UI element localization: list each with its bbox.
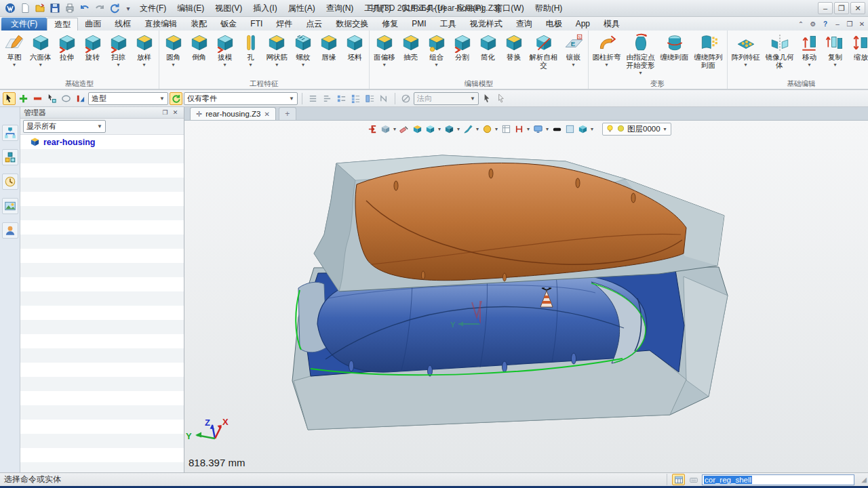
brush-icon[interactable] xyxy=(462,123,474,135)
tab-造型[interactable]: 造型 xyxy=(47,18,78,30)
ribbon-button[interactable]: 解析自相交 xyxy=(527,31,561,79)
print-icon[interactable] xyxy=(63,1,77,15)
cube-teal-s-icon[interactable] xyxy=(576,123,589,135)
settings-gear-icon[interactable]: ⚙ xyxy=(807,18,819,29)
file-menu-button[interactable]: 文件(F) xyxy=(1,18,47,30)
visual-icon[interactable] xyxy=(2,198,18,214)
ribbon-button[interactable]: 六面体▾ xyxy=(27,31,54,79)
tab-FTI[interactable]: FTI xyxy=(243,18,269,30)
chevron-down-icon[interactable]: ▾ xyxy=(744,62,747,68)
exit-icon[interactable] xyxy=(366,123,378,135)
input-keyboard-icon[interactable] xyxy=(687,474,700,485)
layer-control[interactable]: 图层0000 ▾ xyxy=(602,123,671,136)
chevron-down-icon[interactable]: ▾ xyxy=(605,62,608,68)
close-button[interactable]: ✕ xyxy=(850,2,865,14)
shape-filter-combo[interactable]: 造型▼ xyxy=(88,92,168,105)
restore-button[interactable]: ❐ xyxy=(834,2,849,14)
ribbon-button[interactable]: 镜像几何体 xyxy=(763,31,797,79)
chevron-down-icon[interactable]: ▾ xyxy=(572,62,574,68)
chevron-down-icon[interactable]: ▾ xyxy=(172,62,174,68)
add-green-icon[interactable] xyxy=(17,92,30,105)
menu-item[interactable]: 文件(F) xyxy=(134,0,172,16)
menu-item[interactable]: 应用(P) xyxy=(451,0,489,16)
grid-box-icon[interactable] xyxy=(500,123,512,135)
chevron-down-icon[interactable]: ▾ xyxy=(392,126,397,132)
model-canvas[interactable]: Y Z xyxy=(184,121,868,472)
square-blue-icon[interactable] xyxy=(564,123,576,135)
ribbon-button[interactable]: 拉伸 xyxy=(54,31,80,79)
menu-item[interactable]: 帮助(H) xyxy=(530,0,568,16)
role-icon[interactable] xyxy=(2,222,18,239)
ribbon-button[interactable]: 拔模▾ xyxy=(212,31,238,79)
new-file-icon[interactable] xyxy=(18,1,32,15)
undo-icon[interactable] xyxy=(78,1,92,15)
tab-钣金[interactable]: 钣金 xyxy=(214,18,243,30)
doc-close-icon[interactable]: ✕ xyxy=(856,18,868,29)
cube-blue-s-icon[interactable] xyxy=(424,123,436,135)
chevron-down-icon[interactable]: ▾ xyxy=(526,126,531,132)
chevron-down-icon[interactable]: ▾ xyxy=(435,62,437,68)
ribbon-button[interactable]: 复制▾ xyxy=(823,31,848,79)
history-icon[interactable] xyxy=(2,174,18,190)
menu-item[interactable]: 插入(I) xyxy=(248,0,282,16)
menu-item[interactable]: 编辑(E) xyxy=(172,0,210,16)
menu-item[interactable]: 工具(T) xyxy=(359,0,396,16)
tab-线框[interactable]: 线框 xyxy=(108,18,138,30)
command-input[interactable]: cor_reg_shell xyxy=(702,474,854,485)
chevron-down-icon[interactable]: ▾ xyxy=(249,62,252,68)
tree-item[interactable]: rear-housing xyxy=(20,135,184,149)
doc-minimize-icon[interactable]: – xyxy=(831,18,844,29)
menu-item[interactable]: 查询(N) xyxy=(321,0,359,16)
chevron-down-icon[interactable]: ▾ xyxy=(639,70,642,77)
list-2-icon[interactable] xyxy=(321,92,334,105)
chevron-down-icon[interactable]: ▾ xyxy=(275,62,278,68)
pin-panel-icon[interactable]: ❐ xyxy=(160,108,170,117)
save-icon[interactable] xyxy=(48,1,62,15)
chevron-down-icon[interactable]: ▾ xyxy=(142,62,145,68)
section-h-icon[interactable] xyxy=(513,123,525,135)
chevron-down-icon[interactable]: ▾ xyxy=(456,126,461,132)
ribbon-button[interactable]: 由指定点开始变形▾ xyxy=(624,31,658,79)
ribbon-button[interactable]: 网状筋▾ xyxy=(264,31,291,79)
tab-焊件[interactable]: 焊件 xyxy=(269,18,299,30)
chevron-down-icon[interactable]: ▾ xyxy=(589,126,595,132)
list-1-icon[interactable] xyxy=(307,92,319,105)
ribbon-button[interactable]: 缠绕阵列到面 xyxy=(692,31,726,79)
tab-查询[interactable]: 查询 xyxy=(509,18,539,30)
regen-icon[interactable] xyxy=(108,1,121,15)
minimize-button[interactable]: – xyxy=(818,2,833,14)
tab-修复[interactable]: 修复 xyxy=(375,18,405,30)
input-table-icon[interactable] xyxy=(672,474,685,485)
list-6-icon[interactable] xyxy=(378,92,391,105)
open-file-icon[interactable] xyxy=(33,1,47,15)
chevron-down-icon[interactable]: ▾ xyxy=(13,62,16,68)
ribbon-button[interactable]: 面偏移▾ xyxy=(371,31,398,79)
ribbon-button[interactable]: 螺纹▾ xyxy=(290,31,316,79)
monitor-icon[interactable] xyxy=(532,123,544,135)
ribbon-button[interactable]: 分割 xyxy=(450,31,475,79)
sphere-icon[interactable] xyxy=(481,123,493,135)
chevron-down-icon[interactable]: ▾ xyxy=(808,62,810,68)
ribbon-button[interactable]: 缠绕到面 xyxy=(658,31,692,79)
remove-red-icon[interactable] xyxy=(31,92,44,105)
chevron-down-icon[interactable]: ▾ xyxy=(833,62,836,68)
help-icon[interactable]: ? xyxy=(819,18,831,29)
chevron-down-icon[interactable]: ▾ xyxy=(494,126,499,132)
ribbon-button[interactable]: 简化 xyxy=(475,31,501,79)
chevron-down-icon[interactable]: ▾ xyxy=(437,126,442,132)
toolbar-overflow-icon[interactable]: ▾ xyxy=(122,3,134,14)
menu-item[interactable]: 实用工具(U) xyxy=(397,0,452,16)
chevron-down-icon[interactable]: ▾ xyxy=(383,62,386,68)
ghost-cursor-icon[interactable] xyxy=(494,92,507,105)
list-5-icon[interactable] xyxy=(363,92,376,105)
ribbon-button[interactable]: 阵列特征▾ xyxy=(729,31,763,79)
chevron-down-icon[interactable]: ▾ xyxy=(39,62,42,68)
bar-black-icon[interactable] xyxy=(551,123,563,135)
document-tab-active[interactable]: ✛ rear-housing.Z3 ✕ xyxy=(190,107,276,120)
ribbon-button[interactable]: 孔▾ xyxy=(238,31,264,79)
ribbon-button[interactable]: 替换 xyxy=(501,31,527,79)
show-all-combo[interactable]: 显示所有▼ xyxy=(23,120,106,133)
tab-PMI[interactable]: PMI xyxy=(405,18,433,30)
ribbon-button[interactable]: 圆柱折弯▾ xyxy=(590,31,624,79)
filter-chart-icon[interactable] xyxy=(74,92,87,105)
